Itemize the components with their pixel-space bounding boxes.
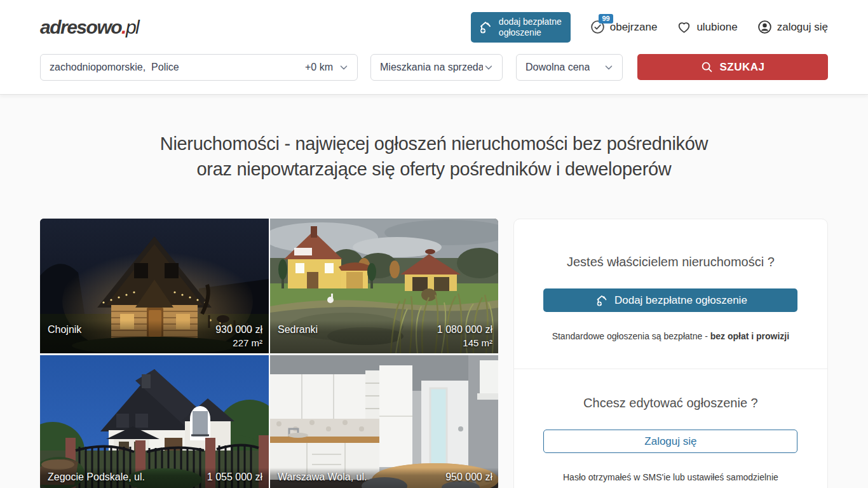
login-link[interactable]: zaloguj się — [757, 19, 828, 35]
sidebar-add-listing-button[interactable]: Dodaj bezpłatne ogłoszenie — [543, 288, 797, 312]
listing-name: Warszawa Wola, ul. — [278, 471, 445, 483]
heart-icon — [676, 19, 692, 35]
viewed-count-badge: 99 — [599, 14, 613, 24]
listing-area: 145 m² — [437, 337, 492, 348]
listing-overlay: Zegocie Podskale, ul. 1 055 000 zł — [40, 468, 269, 488]
listing-name: Zegocie Podskale, ul. — [48, 471, 207, 483]
listing-price: 1 080 000 zł — [437, 324, 492, 336]
listing-price: 950 000 zł — [445, 471, 492, 483]
viewed-link[interactable]: 99 obejrzane — [590, 19, 658, 35]
search-icon — [700, 60, 714, 74]
location-input[interactable] — [50, 62, 305, 73]
user-icon — [757, 19, 773, 35]
listing-card[interactable]: Warszawa Wola, ul. 950 000 zł — [270, 355, 498, 488]
listing-overlay: Sedranki 1 080 000 zł 145 m² — [270, 320, 498, 353]
listing-name: Sedranki — [278, 324, 437, 336]
favorites-label: ulubione — [696, 21, 737, 34]
add-listing-label: dodaj bezpłatne ogłoszenie — [499, 17, 562, 38]
search-button[interactable]: SZUKAJ — [637, 54, 828, 80]
edit-heading: Chcesz edytować ogłoszenie ? — [514, 396, 827, 410]
price-select[interactable]: Dowolna cena — [516, 54, 623, 81]
chevron-down-icon — [338, 62, 349, 73]
chevron-down-icon — [603, 62, 614, 73]
logo-text: adresowo — [40, 17, 121, 37]
top-zone: adresowo.pl dodaj bezpłatne ogłoszenie 9… — [0, 0, 868, 95]
location-search-box: +0 km — [40, 54, 358, 81]
listing-card[interactable]: Sedranki 1 080 000 zł 145 m² — [270, 219, 498, 353]
check-circle-icon: 99 — [590, 19, 606, 35]
favorites-link[interactable]: ulubione — [676, 19, 737, 35]
header: adresowo.pl dodaj bezpłatne ogłoszenie 9… — [40, 0, 828, 54]
listing-card[interactable]: Chojnik 930 000 zł 227 m² — [40, 219, 269, 353]
logo-tld: pl — [126, 17, 139, 37]
viewed-label: obejrzane — [610, 21, 658, 34]
listing-overlay: Warszawa Wola, ul. 950 000 zł — [270, 468, 498, 488]
listing-area: 227 m² — [215, 337, 262, 348]
owner-note: Standardowe ogłoszenia są bezpłatne - be… — [514, 331, 827, 341]
price-value: Dowolna cena — [526, 62, 590, 73]
sidebar-divider — [514, 369, 827, 369]
listing-name: Chojnik — [48, 324, 215, 336]
add-listing-button[interactable]: dodaj bezpłatne ogłoszenie — [471, 12, 571, 43]
page-title: Nieruchomości - najwięcej ogłoszeń nieru… — [40, 131, 828, 182]
owner-heading: Jesteś właścicielem nieruchomości ? — [514, 255, 827, 269]
chevron-down-icon — [483, 62, 494, 73]
house-plus-icon — [594, 293, 609, 308]
login-label: zaloguj się — [777, 21, 828, 34]
edit-note: Hasło otrzymałeś w SMS'ie lub ustawiłeś … — [514, 472, 827, 482]
category-select[interactable]: Mieszkania na sprzeda — [370, 54, 503, 81]
house-plus-icon — [477, 19, 494, 36]
listing-price: 930 000 zł — [215, 324, 262, 336]
header-actions: dodaj bezpłatne ogłoszenie 99 obejrzane — [471, 12, 828, 43]
sidebar-card: Jesteś właścicielem nieruchomości ? Doda… — [513, 219, 828, 488]
sidebar-login-label: Zaloguj się — [644, 435, 696, 448]
search-bar: +0 km Mieszkania na sprzeda Dowolna cena… — [40, 54, 828, 81]
logo-dot: . — [121, 17, 126, 37]
category-value: Mieszkania na sprzeda — [380, 62, 483, 73]
radius-select[interactable]: +0 km — [305, 62, 349, 73]
listing-overlay: Chojnik 930 000 zł 227 m² — [40, 320, 269, 353]
radius-value: +0 km — [305, 62, 333, 73]
listing-card[interactable]: Zegocie Podskale, ul. 1 055 000 zł — [40, 355, 269, 488]
listings-grid: Chojnik 930 000 zł 227 m² — [40, 219, 498, 488]
main: Nieruchomości - najwięcej ogłoszeń nieru… — [0, 131, 868, 488]
sidebar-login-button[interactable]: Zaloguj się — [543, 430, 797, 453]
search-button-label: SZUKAJ — [719, 61, 764, 74]
sidebar-add-listing-label: Dodaj bezpłatne ogłoszenie — [614, 294, 747, 307]
listing-price: 1 055 000 zł — [207, 471, 262, 483]
hero: Nieruchomości - najwięcej ogłoszeń nieru… — [40, 131, 828, 182]
logo[interactable]: adresowo.pl — [40, 17, 139, 38]
